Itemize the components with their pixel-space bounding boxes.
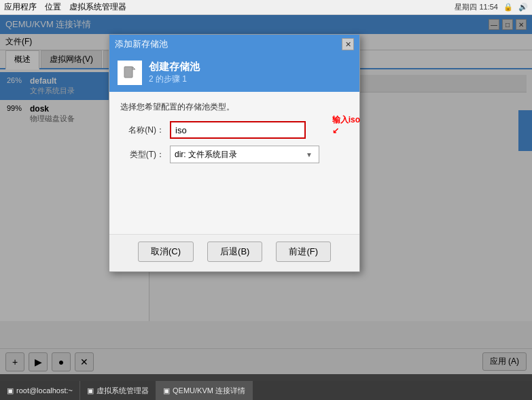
name-label: 名称(N)： bbox=[120, 124, 164, 136]
taskbar-item-qemu[interactable]: ▣ QEMU/KVM 连接详情 bbox=[156, 381, 253, 400]
top-menubar: 应用程序 位置 虚拟系统管理器 星期四 11:54 🔒 🔊 bbox=[0, 0, 532, 15]
menu-apps[interactable]: 应用程序 bbox=[4, 1, 37, 13]
type-label: 类型(T)： bbox=[120, 149, 164, 161]
dialog-titlebar: 添加新存储池 ✕ bbox=[109, 35, 359, 54]
dialog-body: 选择您希望配置的存储池类型。 名称(N)： 输入iso ↙ 类型(T)： dir… bbox=[109, 92, 359, 234]
type-select-wrapper: dir: 文件系统目录 fs: 预格式化的块设备 netfs: 网络输出目录 d… bbox=[170, 146, 319, 163]
datetime-display: 星期四 11:54 bbox=[455, 2, 498, 12]
dialog-spacer bbox=[120, 170, 349, 224]
step-icon bbox=[118, 61, 142, 85]
dialog-footer: 取消(C) 后退(B) 前进(F) bbox=[109, 234, 359, 271]
terminal-icon: ▣ bbox=[7, 386, 14, 395]
taskbar-qemu-label: QEMU/KVM 连接详情 bbox=[173, 386, 245, 396]
type-select[interactable]: dir: 文件系统目录 fs: 预格式化的块设备 netfs: 网络输出目录 d… bbox=[170, 146, 319, 163]
step-subtitle: 2 的步骤 1 bbox=[149, 73, 200, 85]
vm-icon: ▣ bbox=[87, 386, 94, 395]
dialog-description: 选择您希望配置的存储池类型。 bbox=[120, 101, 349, 113]
svg-marker-1 bbox=[132, 67, 135, 69]
step-title-area: 创建存储池 2 的步骤 1 bbox=[149, 61, 200, 85]
top-menu-items: 应用程序 位置 虚拟系统管理器 bbox=[4, 1, 126, 13]
qemu-icon: ▣ bbox=[163, 386, 170, 395]
back-button[interactable]: 后退(B) bbox=[207, 241, 262, 262]
step-title: 创建存储池 bbox=[149, 61, 200, 73]
menu-location[interactable]: 位置 bbox=[45, 1, 61, 13]
name-input[interactable] bbox=[170, 121, 306, 139]
lock-icon: 🔒 bbox=[503, 3, 513, 12]
dialog-title: 添加新存储池 bbox=[115, 38, 168, 50]
type-form-row: 类型(T)： dir: 文件系统目录 fs: 预格式化的块设备 netfs: 网… bbox=[120, 146, 349, 163]
taskbar-item-virt-manager[interactable]: ▣ 虚拟系统管理器 bbox=[80, 381, 156, 400]
forward-button[interactable]: 前进(F) bbox=[276, 241, 331, 262]
add-storage-pool-dialog: 添加新存储池 ✕ 创建存储池 2 的步骤 1 选择您希望配置的存储池类型。 名称… bbox=[109, 34, 360, 272]
svg-rect-0 bbox=[124, 67, 132, 78]
taskbar-virt-label: 虚拟系统管理器 bbox=[96, 386, 149, 396]
menu-virt[interactable]: 虚拟系统管理器 bbox=[69, 1, 126, 13]
taskbar: ▣ root@localhost:~ ▣ 虚拟系统管理器 ▣ QEMU/KVM … bbox=[0, 381, 532, 400]
volume-icon: 🔊 bbox=[518, 3, 528, 12]
taskbar-item-terminal[interactable]: ▣ root@localhost:~ bbox=[0, 381, 80, 400]
annotation-text: 输入iso bbox=[332, 115, 360, 124]
dialog-step-header: 创建存储池 2 的步骤 1 bbox=[109, 54, 359, 92]
dialog-close-button[interactable]: ✕ bbox=[342, 38, 354, 50]
taskbar-terminal-label: root@localhost:~ bbox=[16, 386, 73, 395]
top-menu-right: 星期四 11:54 🔒 🔊 bbox=[455, 2, 528, 12]
annotation-input-iso: 输入iso ↙ bbox=[332, 114, 360, 135]
name-form-row: 名称(N)： 输入iso ↙ bbox=[120, 121, 349, 139]
cancel-button[interactable]: 取消(C) bbox=[138, 241, 194, 262]
